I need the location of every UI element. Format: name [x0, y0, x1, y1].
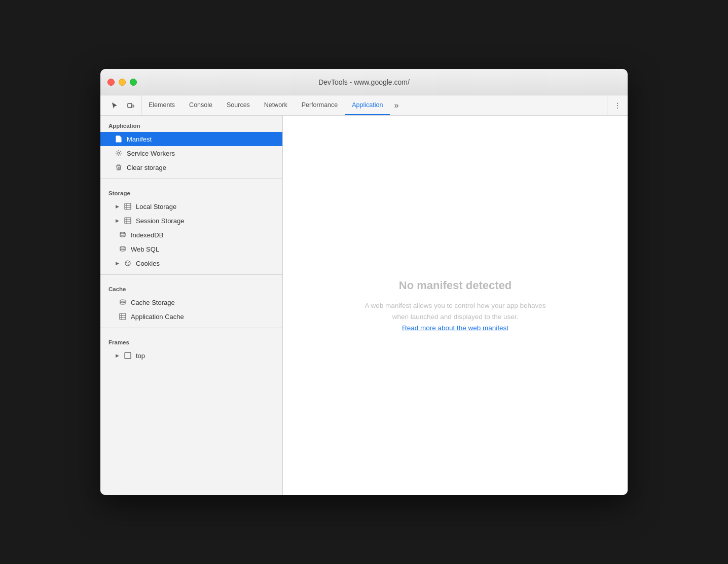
svg-point-13: [125, 261, 130, 266]
expand-arrow-local-storage[interactable]: ▶: [115, 204, 120, 209]
svg-point-11: [120, 232, 125, 234]
svg-point-2: [118, 152, 120, 154]
content-area: No manifest detected A web manifest allo…: [283, 116, 628, 495]
db-icon-indexed: [119, 231, 127, 239]
sidebar-item-local-storage[interactable]: ▶ Local Storage: [100, 199, 282, 214]
tabbar: Elements Console Sources Network Perform…: [100, 95, 628, 116]
application-cache-label: Application Cache: [131, 313, 184, 321]
local-storage-label: Local Storage: [136, 203, 176, 210]
sidebar-item-top[interactable]: ▶ top: [100, 348, 282, 363]
devtools-window: DevTools - www.google.com/ Elements Cons…: [100, 69, 628, 495]
file-icon: [115, 135, 123, 143]
gear-icon: [115, 149, 123, 157]
svg-point-15: [128, 262, 129, 263]
divider-3: [100, 328, 282, 328]
close-button[interactable]: [107, 79, 115, 86]
sidebar-item-application-cache[interactable]: Application Cache: [100, 309, 282, 324]
tab-application[interactable]: Application: [345, 95, 390, 115]
table-icon-local: [124, 202, 132, 210]
expand-arrow-top[interactable]: ▶: [115, 353, 120, 358]
traffic-lights: [107, 79, 137, 86]
sidebar-item-cache-storage[interactable]: Cache Storage: [100, 295, 282, 309]
no-manifest-description: A web manifest allows you to control how…: [359, 300, 552, 322]
tab-console[interactable]: Console: [182, 95, 220, 115]
maximize-button[interactable]: [130, 79, 137, 86]
sidebar-item-clear-storage[interactable]: Clear storage: [100, 160, 282, 174]
svg-point-16: [127, 264, 128, 265]
sidebar-item-cookies[interactable]: ▶ Cookies: [100, 256, 282, 270]
trash-icon: [115, 163, 123, 171]
manifest-label: Manifest: [127, 135, 152, 143]
toolbar-icons: [104, 95, 141, 115]
db-icon-cache: [119, 298, 127, 306]
cookies-label: Cookies: [136, 260, 160, 267]
svg-point-17: [128, 264, 129, 265]
tab-network[interactable]: Network: [257, 95, 295, 115]
svg-point-18: [120, 300, 125, 301]
divider-2: [100, 274, 282, 275]
expand-arrow-session-storage[interactable]: ▶: [115, 218, 120, 223]
minimize-button[interactable]: [119, 79, 126, 86]
tab-performance[interactable]: Performance: [295, 95, 345, 115]
svg-rect-23: [125, 352, 131, 359]
db-icon-websql: [119, 245, 127, 253]
section-header-application: Application: [100, 116, 282, 132]
main-area: Application Manifest: [100, 116, 628, 495]
top-label: top: [136, 352, 145, 360]
section-header-frames: Frames: [100, 332, 282, 348]
read-more-link[interactable]: Read more about the web manifest: [402, 324, 508, 332]
clear-storage-label: Clear storage: [127, 164, 166, 171]
cursor-icon[interactable]: [108, 99, 121, 112]
svg-point-12: [120, 246, 125, 248]
expand-arrow-cookies[interactable]: ▶: [115, 261, 120, 266]
section-header-storage: Storage: [100, 183, 282, 199]
service-workers-label: Service Workers: [127, 150, 175, 157]
frame-icon: [124, 351, 132, 360]
more-tabs-button[interactable]: »: [390, 95, 403, 115]
section-header-cache: Cache: [100, 279, 282, 295]
cache-storage-label: Cache Storage: [131, 299, 175, 306]
divider-1: [100, 179, 282, 179]
web-sql-label: Web SQL: [131, 245, 159, 253]
table-icon-appcache: [119, 312, 127, 321]
sidebar-item-web-sql[interactable]: Web SQL: [100, 242, 282, 256]
sidebar-item-session-storage[interactable]: ▶ Session Storage: [100, 214, 282, 228]
tab-sources[interactable]: Sources: [220, 95, 257, 115]
indexeddb-label: IndexedDB: [131, 231, 163, 239]
sidebar-item-indexeddb[interactable]: IndexedDB: [100, 228, 282, 242]
device-icon[interactable]: [125, 99, 137, 112]
window-title: DevTools - www.google.com/: [318, 78, 410, 86]
tabbar-right: ⋮: [607, 95, 624, 115]
sidebar-item-service-workers[interactable]: Service Workers: [100, 146, 282, 160]
cookie-icon: [124, 259, 132, 267]
sidebar: Application Manifest: [100, 116, 283, 495]
svg-rect-3: [125, 203, 131, 209]
menu-icon[interactable]: ⋮: [611, 99, 624, 112]
svg-rect-19: [120, 313, 126, 320]
svg-rect-7: [125, 218, 131, 224]
session-storage-label: Session Storage: [136, 217, 184, 225]
tab-elements[interactable]: Elements: [141, 95, 182, 115]
titlebar: DevTools - www.google.com/: [100, 69, 628, 95]
no-manifest-title: No manifest detected: [399, 279, 512, 292]
table-icon-session: [124, 217, 132, 225]
sidebar-item-manifest[interactable]: Manifest: [100, 132, 282, 146]
svg-point-14: [126, 262, 127, 263]
tabs-container: Elements Console Sources Network Perform…: [141, 95, 607, 115]
